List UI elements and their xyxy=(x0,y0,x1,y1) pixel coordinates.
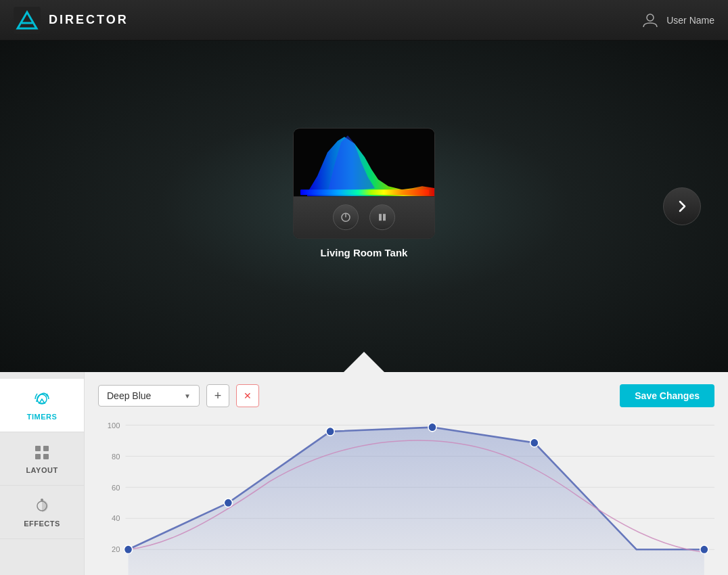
tank-widget: Living Room Tank xyxy=(293,128,435,258)
svg-point-3 xyxy=(647,14,654,21)
timers-icon xyxy=(32,390,51,409)
svg-rect-15 xyxy=(35,454,41,459)
header: DIRECTOR User Name xyxy=(0,0,728,41)
sidebar: Timers Layout Effects xyxy=(0,372,85,575)
effects-icon xyxy=(32,497,51,515)
panel-pointer xyxy=(344,352,384,372)
svg-text:60: 60 xyxy=(112,483,120,491)
bottom-panel: Timers Layout Effects De xyxy=(0,372,728,575)
data-point-2 xyxy=(326,428,334,436)
channel-dropdown[interactable]: Deep Blue ▼ xyxy=(98,385,200,407)
username-label: User Name xyxy=(666,15,714,26)
header-right: User Name xyxy=(641,11,714,30)
user-icon xyxy=(641,11,660,30)
svg-point-18 xyxy=(41,499,43,501)
chart-svg: 100 80 60 40 20 0 12AM 4AM 8AM 12PM 4PM … xyxy=(98,418,714,575)
logo-icon xyxy=(14,7,41,34)
svg-rect-11 xyxy=(383,214,386,221)
next-arrow-button[interactable] xyxy=(663,187,701,225)
svg-text:80: 80 xyxy=(112,452,120,460)
svg-rect-14 xyxy=(43,446,49,451)
pause-button[interactable] xyxy=(369,204,395,230)
layout-icon xyxy=(32,443,51,462)
add-channel-button[interactable]: + xyxy=(206,384,229,407)
save-changes-button[interactable]: Save Changes xyxy=(620,384,714,407)
remove-channel-button[interactable]: ✕ xyxy=(236,384,259,407)
effects-label: Effects xyxy=(24,520,60,528)
sidebar-item-effects[interactable]: Effects xyxy=(0,486,84,539)
data-point-3 xyxy=(428,423,436,432)
svg-rect-10 xyxy=(379,214,382,221)
svg-rect-16 xyxy=(43,454,49,459)
timers-label: Timers xyxy=(27,413,58,421)
tank-label: Living Room Tank xyxy=(321,247,408,258)
svg-text:40: 40 xyxy=(112,514,120,522)
chevron-down-icon: ▼ xyxy=(184,392,191,400)
tank-controls xyxy=(294,196,434,238)
svg-rect-7 xyxy=(300,189,429,195)
tank-card xyxy=(293,128,435,239)
data-point-4 xyxy=(530,438,539,447)
header-left: DIRECTOR xyxy=(14,7,129,34)
sidebar-item-layout[interactable]: Layout xyxy=(0,432,84,486)
data-point-1 xyxy=(224,499,232,507)
sidebar-item-timers[interactable]: Timers xyxy=(0,379,84,432)
app-title: DIRECTOR xyxy=(49,13,129,27)
power-button[interactable] xyxy=(333,204,359,230)
tank-histogram xyxy=(294,129,435,196)
toolbar: Deep Blue ▼ + ✕ Save Changes xyxy=(98,384,714,407)
svg-text:20: 20 xyxy=(112,545,120,553)
main-content: Deep Blue ▼ + ✕ Save Changes xyxy=(85,372,728,575)
dropdown-value: Deep Blue xyxy=(107,390,151,401)
svg-rect-13 xyxy=(35,446,41,451)
data-point-0 xyxy=(124,545,132,554)
main-top-area: Living Room Tank xyxy=(0,41,728,372)
chart-container: 100 80 60 40 20 0 12AM 4AM 8AM 12PM 4PM … xyxy=(98,418,714,575)
layout-label: Layout xyxy=(26,466,58,474)
svg-marker-38 xyxy=(129,428,704,575)
svg-text:100: 100 xyxy=(108,421,120,429)
data-point-5 xyxy=(700,545,708,554)
